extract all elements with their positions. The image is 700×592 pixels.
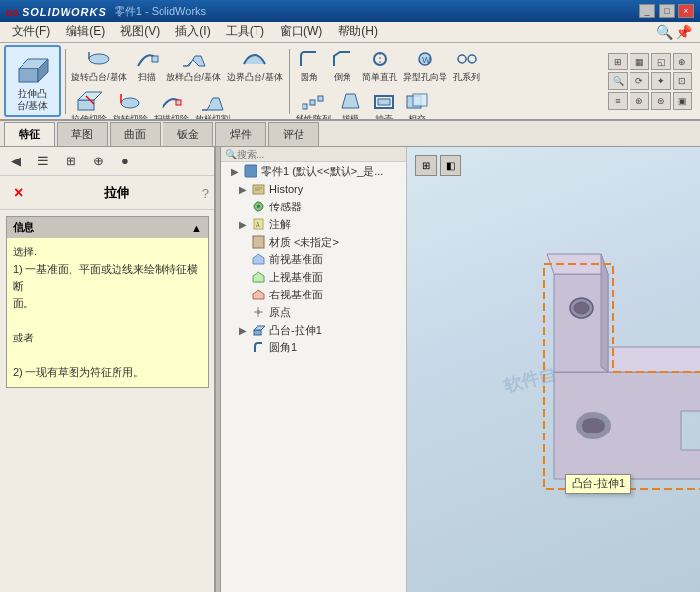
simple-hole-button[interactable]: 简单直孔 [360, 45, 399, 85]
svg-point-3 [89, 54, 109, 64]
close-button[interactable]: × [678, 4, 694, 18]
panel-title: 拉伸 [30, 184, 201, 202]
tree-item-history[interactable]: ▶ History [221, 180, 406, 198]
svg-marker-37 [253, 254, 264, 264]
tab-features[interactable]: 特征 [4, 122, 55, 146]
view-btn-7[interactable]: ✦ [651, 72, 671, 90]
tree-item-extrude1[interactable]: ▶ 凸台-拉伸1 [221, 321, 406, 339]
tree-fillet1-label: 圆角1 [269, 341, 297, 355]
menu-view[interactable]: 视图(V) [113, 22, 167, 42]
menu-tools[interactable]: 工具(T) [218, 22, 272, 42]
view-btn-4[interactable]: ⊕ [673, 53, 692, 70]
svg-rect-36 [253, 236, 264, 248]
cut-extrude-button[interactable]: 拉伸切除 [70, 87, 109, 119]
loft-boss-button[interactable]: 放样凸台/基体 [164, 45, 224, 85]
svg-text:A: A [256, 221, 260, 228]
view-btn-10[interactable]: ⊛ [630, 92, 649, 110]
tab-evaluate[interactable]: 评估 [268, 122, 319, 146]
sweep-button[interactable]: 扫描 [131, 45, 163, 85]
revolve-boss-button[interactable]: 旋转凸台/基体 [70, 45, 129, 85]
tree-item-front-plane[interactable]: ▶ 前视基准面 [221, 250, 406, 268]
toolbar-pin-icon[interactable]: 📌 [676, 24, 692, 40]
tree-item-note[interactable]: ▶ A 注解 [221, 215, 406, 233]
view-orient-buttons: ⊞ ◧ [415, 155, 461, 176]
tree-item-right-plane[interactable]: ▶ 右视基准面 [221, 286, 406, 303]
tree-root-label: 零件1 (默认<<默认>_是... [261, 164, 383, 179]
tab-weldments[interactable]: 焊件 [215, 122, 266, 146]
tree-item-fillet1[interactable]: ▶ 圆角1 [221, 339, 406, 356]
sep2 [289, 49, 290, 114]
panel-list-view[interactable]: ☰ [31, 151, 55, 172]
svg-marker-8 [78, 92, 102, 100]
fillet-button[interactable]: 圆角 [294, 45, 325, 85]
svg-rect-43 [254, 330, 261, 335]
view-btn-9[interactable]: ≡ [608, 92, 628, 110]
tab-sketch[interactable]: 草图 [57, 122, 108, 146]
hole-series-button[interactable]: 孔系列 [451, 45, 483, 85]
maximize-button[interactable]: □ [659, 4, 675, 18]
shell-button[interactable]: 抽壳 [368, 87, 399, 119]
view-btn-1[interactable]: ⊞ [608, 53, 628, 70]
part-label-tooltip: 凸台-拉伸1 [565, 474, 631, 494]
view-btn-11[interactable]: ⊜ [651, 92, 671, 110]
tree-item-top-plane[interactable]: ▶ 上视基准面 [221, 268, 406, 286]
boundary-boss-icon [241, 46, 268, 71]
hole-wizard-button[interactable]: W 异型孔向导 [401, 45, 449, 85]
tree-item-origin[interactable]: ▶ 原点 [221, 303, 406, 321]
view-btn-2[interactable]: ▦ [630, 53, 649, 70]
panel-circle-view[interactable]: ● [114, 151, 137, 172]
close-panel-button[interactable]: × [6, 180, 30, 205]
view-btn-8[interactable]: ⊡ [673, 72, 692, 90]
tree-item-material[interactable]: ▶ 材质 <未指定> [221, 233, 406, 250]
svg-rect-21 [310, 100, 315, 105]
svg-marker-44 [254, 326, 265, 330]
intersect-button[interactable]: 相交 [401, 87, 433, 119]
cut-revolve-button[interactable]: 旋转切除 [111, 87, 150, 119]
view-btn-5[interactable]: 🔍 [608, 72, 628, 90]
window-title: 零件1 - SolidWorks [107, 4, 639, 19]
viewport[interactable]: ⊞ ◧ 软件自学网.com [407, 147, 700, 592]
cut-sweep-label: 扫描切除 [154, 114, 189, 119]
cut-extrude-label: 拉伸切除 [71, 114, 107, 119]
chamfer-button[interactable]: 倒角 [327, 45, 358, 85]
linear-pattern-button[interactable]: 线性阵列 [294, 87, 333, 119]
cut-loft-button[interactable]: 放样切割 [193, 87, 232, 119]
view-btn-6[interactable]: ⟳ [630, 72, 649, 90]
tree-item-sensor[interactable]: ▶ 传感器 [221, 198, 406, 215]
top-plane-icon [251, 269, 266, 285]
tree-top-plane-label: 上视基准面 [269, 270, 323, 285]
panel-nav-back[interactable]: ◀ [4, 151, 27, 172]
view-shading-btn[interactable]: ◧ [440, 155, 461, 176]
tree-note-label: 注解 [269, 217, 291, 232]
panel-help-icon[interactable]: ? [202, 186, 209, 201]
left-panel: ◀ ☰ ⊞ ⊕ ● × 拉伸 ? 信息 ▲ 选择:1) 一基准面、平面或边线来绘… [0, 147, 215, 592]
simple-hole-icon [366, 46, 394, 71]
tree-root-item[interactable]: ▶ 零件1 (默认<<默认>_是... [221, 162, 406, 180]
panel-grid-view[interactable]: ⊞ [59, 151, 82, 172]
menu-window[interactable]: 窗口(W) [272, 22, 330, 42]
tree-search-input[interactable] [237, 149, 402, 159]
svg-rect-22 [318, 96, 323, 101]
menu-file[interactable]: 文件(F) [4, 22, 58, 42]
material-icon [251, 234, 266, 250]
tab-sheetmetal[interactable]: 钣金 [163, 122, 213, 146]
intersect-label: 相交 [408, 114, 426, 119]
menu-edit[interactable]: 编辑(E) [58, 22, 113, 42]
minimize-button[interactable]: _ [639, 4, 655, 18]
info-section-header[interactable]: 信息 ▲ [7, 217, 208, 238]
extrude-boss-button[interactable]: 拉伸凸台/基体 [4, 45, 61, 117]
panel-target-view[interactable]: ⊕ [86, 151, 110, 172]
note-expander: ▶ [237, 218, 249, 230]
cut-revolve-label: 旋转切除 [113, 114, 148, 119]
cut-sweep-button[interactable]: 扫描切除 [152, 87, 191, 119]
tab-surface[interactable]: 曲面 [110, 122, 161, 146]
view-btn-3[interactable]: ◱ [651, 53, 671, 70]
view-orient-btn[interactable]: ⊞ [415, 155, 437, 176]
menu-insert[interactable]: 插入(I) [167, 22, 217, 42]
toolbar-search-icon[interactable]: 🔍 [656, 24, 673, 40]
boundary-boss-button[interactable]: 边界凸台/基体 [225, 45, 285, 85]
draft-button[interactable]: 拔模 [335, 87, 366, 119]
menu-help[interactable]: 帮助(H) [330, 22, 386, 42]
view-btn-12[interactable]: ▣ [673, 92, 692, 110]
svg-marker-38 [253, 272, 264, 282]
